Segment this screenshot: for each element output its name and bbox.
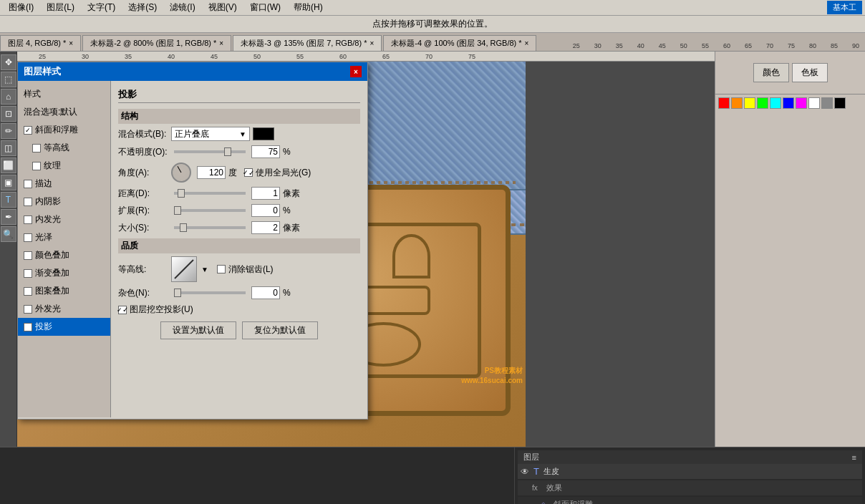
- satin-checkbox[interactable]: [24, 233, 32, 242]
- layer-visibility-eye[interactable]: 👁: [521, 467, 529, 477]
- gradient-overlay-checkbox[interactable]: [24, 269, 32, 278]
- tab-close-2[interactable]: ×: [369, 39, 374, 47]
- style-item-inner-shadow[interactable]: 内阴影: [18, 193, 110, 210]
- swatch-gray[interactable]: [821, 97, 833, 109]
- opacity-thumb[interactable]: [224, 147, 231, 156]
- contour-checkbox[interactable]: [32, 144, 41, 152]
- style-item-stroke[interactable]: 描边: [18, 175, 110, 193]
- color-overlay-checkbox[interactable]: [24, 251, 32, 260]
- style-item-color-overlay[interactable]: 颜色叠加: [18, 246, 110, 264]
- style-item-blend[interactable]: 混合选项:默认: [18, 103, 110, 121]
- swatch-white[interactable]: [808, 97, 820, 109]
- angle-row: 角度(A): 度 ✓ 使用全局光(G): [118, 163, 360, 183]
- menu-item-filter[interactable]: 滤镜(I): [164, 0, 200, 15]
- size-slider[interactable]: [174, 226, 246, 229]
- tab-1[interactable]: 未标题-2 @ 800% (图层 1, RGB/8) * ×: [82, 35, 231, 51]
- anti-alias-checkbox[interactable]: [217, 265, 226, 273]
- size-input[interactable]: [251, 221, 280, 234]
- pen-tool[interactable]: ✒: [1, 209, 16, 225]
- lasso-tool[interactable]: ⌂: [1, 89, 16, 105]
- spread-input[interactable]: [251, 204, 280, 217]
- spread-thumb[interactable]: [174, 206, 181, 215]
- basic-btn[interactable]: 基本工: [827, 1, 862, 14]
- bottom-canvas-strip: [0, 447, 514, 504]
- move-tool[interactable]: ✥: [1, 54, 16, 70]
- noise-slider[interactable]: [174, 291, 246, 294]
- text-tool[interactable]: T: [1, 192, 16, 208]
- global-light-checkbox[interactable]: ✓: [244, 168, 253, 177]
- style-item-bevel[interactable]: ✓ 斜面和浮雕: [18, 121, 110, 139]
- tab-close-3[interactable]: ×: [525, 39, 529, 47]
- tab-close-0[interactable]: ×: [69, 39, 73, 47]
- swatches-tab[interactable]: 色板: [792, 63, 828, 82]
- menu-item-window[interactable]: 窗口(W): [244, 0, 286, 15]
- outer-glow-checkbox[interactable]: [24, 305, 32, 314]
- style-item-texture[interactable]: 纹理: [18, 157, 110, 175]
- dialog-close-btn[interactable]: ×: [350, 66, 362, 77]
- blend-mode-label: 混合模式(B):: [118, 128, 168, 140]
- brush-tool[interactable]: ✏: [1, 123, 16, 139]
- crop-tool[interactable]: ⊡: [1, 106, 16, 122]
- menu-item-type[interactable]: 文字(T): [82, 0, 121, 15]
- tab-2[interactable]: 未标题-3 @ 135% (图层 7, RGB/8) * ×: [233, 35, 382, 51]
- drop-shadow-checkbox[interactable]: ✓: [24, 323, 32, 331]
- eraser-tool[interactable]: ⬜: [1, 158, 16, 173]
- set-default-btn[interactable]: 设置为默认值: [160, 321, 236, 339]
- menu-item-select[interactable]: 选择(S): [122, 0, 163, 15]
- style-item-drop-shadow[interactable]: ✓ 投影: [18, 318, 110, 336]
- menu-item-layer[interactable]: 图层(L): [41, 0, 80, 15]
- style-item-pattern-overlay[interactable]: 图案叠加: [18, 282, 110, 300]
- texture-checkbox[interactable]: [32, 162, 41, 170]
- noise-input[interactable]: [251, 286, 280, 299]
- blend-mode-dropdown[interactable]: 正片叠底 ▼: [171, 127, 250, 141]
- swatch-red[interactable]: [718, 97, 730, 109]
- inner-shadow-checkbox[interactable]: [24, 198, 32, 206]
- angle-dial[interactable]: [171, 163, 191, 183]
- style-item-satin[interactable]: 光泽: [18, 228, 110, 246]
- menu-item-help[interactable]: 帮助(H): [288, 0, 329, 15]
- stroke-checkbox[interactable]: [24, 180, 32, 188]
- global-light-label: 使用全局光(G): [256, 167, 311, 179]
- tab-close-1[interactable]: ×: [219, 39, 223, 47]
- swatch-cyan[interactable]: [770, 97, 781, 109]
- inner-glow-checkbox[interactable]: [24, 215, 32, 224]
- swatch-magenta[interactable]: [796, 97, 807, 109]
- swatch-black[interactable]: [834, 97, 846, 109]
- angle-input[interactable]: [197, 166, 226, 179]
- gradient-tool[interactable]: ▣: [1, 175, 16, 190]
- menu-item-image[interactable]: 图像(I): [3, 0, 39, 15]
- pattern-overlay-checkbox[interactable]: [24, 287, 32, 296]
- swatch-orange[interactable]: [731, 97, 743, 109]
- color-tab[interactable]: 颜色: [753, 63, 789, 82]
- menu-item-view[interactable]: 视图(V): [203, 0, 243, 15]
- swatch-blue[interactable]: [783, 97, 794, 109]
- stamp-tool[interactable]: ◫: [1, 140, 16, 156]
- spread-slider[interactable]: [174, 209, 246, 212]
- style-item-styles[interactable]: 样式: [18, 85, 110, 103]
- distance-slider[interactable]: [174, 192, 246, 195]
- reset-default-btn[interactable]: 复位为默认值: [242, 321, 318, 339]
- swatch-green[interactable]: [757, 97, 768, 109]
- spread-unit: %: [283, 205, 291, 215]
- opacity-input[interactable]: [251, 145, 280, 158]
- bevel-checkbox[interactable]: ✓: [24, 126, 32, 135]
- contour-dropdown-arrow[interactable]: ▼: [201, 266, 208, 273]
- distance-input[interactable]: [251, 187, 280, 200]
- knockout-checkbox[interactable]: ✓: [118, 306, 127, 314]
- zoom-tool[interactable]: 🔍: [1, 226, 16, 242]
- distance-thumb[interactable]: [178, 189, 185, 198]
- layers-menu-icon[interactable]: ≡: [852, 453, 856, 462]
- swatch-yellow[interactable]: [744, 97, 755, 109]
- style-item-inner-glow[interactable]: 内发光: [18, 210, 110, 228]
- tab-3[interactable]: 未标题-4 @ 100% (图层 34, RGB/8) * ×: [383, 35, 536, 51]
- contour-swatch[interactable]: [171, 256, 197, 282]
- size-thumb[interactable]: [180, 223, 187, 232]
- style-item-outer-glow[interactable]: 外发光: [18, 300, 110, 318]
- style-item-gradient-overlay[interactable]: 渐变叠加: [18, 264, 110, 282]
- blend-color-swatch[interactable]: [253, 127, 274, 140]
- tab-0[interactable]: 图层 4, RGB/8) * ×: [0, 35, 81, 51]
- style-item-contour[interactable]: 等高线: [18, 139, 110, 157]
- select-tool[interactable]: ⬚: [1, 72, 16, 87]
- noise-thumb[interactable]: [174, 289, 181, 297]
- opacity-slider[interactable]: [174, 150, 246, 153]
